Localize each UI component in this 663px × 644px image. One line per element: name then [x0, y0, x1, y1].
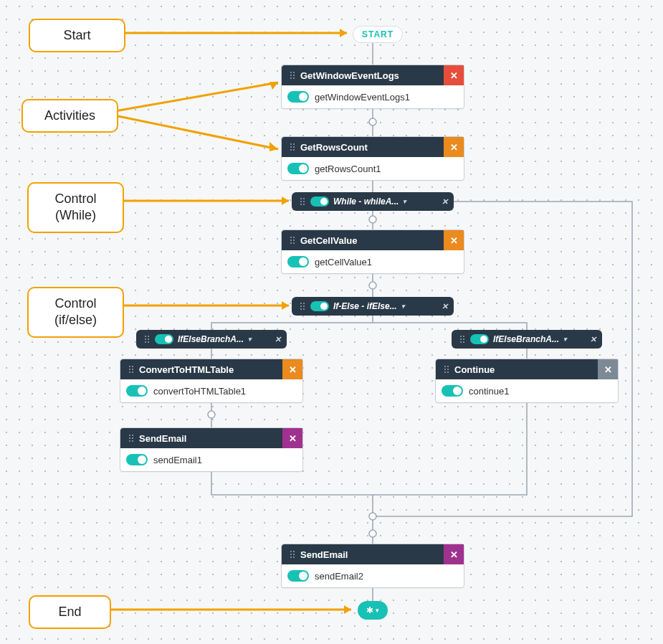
activity-title: SendEmail: [296, 549, 444, 560]
enable-toggle[interactable]: [155, 334, 173, 344]
activity-getrowscount[interactable]: GetRowsCount ✕ getRowsCount1: [281, 136, 464, 181]
callout-while: Control (While): [27, 182, 124, 233]
svg-marker-7: [282, 196, 289, 205]
activity-title: ConvertToHTMLTable: [135, 364, 282, 375]
drag-handle-icon[interactable]: [286, 237, 296, 244]
control-branch-left[interactable]: IfElseBranchA... ▾ ✕: [136, 330, 287, 349]
drag-handle-icon[interactable]: [286, 72, 296, 79]
svg-point-19: [369, 282, 376, 289]
activity-instance: continue1: [469, 386, 509, 397]
activity-instance: sendEmail1: [153, 455, 202, 465]
chevron-down-icon[interactable]: ▾: [401, 303, 405, 310]
chevron-down-icon[interactable]: ▾: [403, 198, 406, 205]
activity-converthtml[interactable]: ConvertToHTMLTable ✕ convertToHTMLTable1: [120, 359, 303, 403]
enable-toggle[interactable]: [287, 91, 309, 103]
callout-end: End: [29, 595, 111, 629]
svg-marker-9: [282, 301, 289, 310]
settings-icon[interactable]: ✕: [444, 230, 464, 250]
enable-toggle[interactable]: [310, 301, 329, 311]
svg-line-2: [115, 82, 278, 111]
activity-title: GetCellValue: [296, 235, 444, 246]
enable-toggle[interactable]: [287, 163, 309, 174]
svg-marker-3: [270, 82, 278, 90]
callout-ifelse: Control (if/else): [27, 287, 124, 338]
activity-title: GetRowsCount: [296, 142, 444, 153]
svg-line-4: [115, 115, 278, 149]
enable-toggle[interactable]: [310, 196, 329, 207]
chevron-down-icon[interactable]: ▾: [248, 336, 252, 343]
activity-continue[interactable]: Continue ✕ continue1: [435, 359, 619, 403]
end-icon: ✱: [366, 605, 373, 615]
settings-icon[interactable]: ✕: [444, 65, 464, 85]
control-label: If-Else - ifElse...: [333, 301, 397, 311]
svg-point-27: [369, 530, 376, 537]
control-label: IfElseBranchA...: [493, 334, 559, 344]
end-node[interactable]: ✱ ▾: [358, 601, 388, 620]
settings-icon[interactable]: ✕: [442, 197, 448, 207]
drag-handle-icon[interactable]: [296, 303, 306, 310]
enable-toggle[interactable]: [126, 454, 148, 465]
control-label: IfElseBranchA...: [178, 334, 244, 344]
drag-handle-icon[interactable]: [456, 336, 466, 343]
callout-activities: Activities: [22, 99, 118, 133]
activity-instance: convertToHTMLTable1: [153, 386, 246, 397]
enable-toggle[interactable]: [287, 256, 309, 267]
settings-icon[interactable]: ✕: [444, 544, 464, 564]
activity-sendemail-1[interactable]: SendEmail ✕ sendEmail1: [120, 427, 303, 472]
control-while[interactable]: While - whileA... ▾ ✕: [292, 192, 454, 211]
svg-marker-1: [340, 29, 347, 37]
settings-icon[interactable]: ✕: [444, 137, 464, 157]
drag-handle-icon[interactable]: [140, 336, 151, 343]
enable-toggle[interactable]: [287, 570, 309, 582]
settings-icon[interactable]: ✕: [282, 428, 302, 448]
control-ifelse[interactable]: If-Else - ifElse... ▾ ✕: [292, 297, 454, 316]
drag-handle-icon[interactable]: [125, 435, 135, 442]
control-branch-right[interactable]: IfElseBranchA... ▾ ✕: [452, 330, 602, 349]
svg-point-14: [369, 118, 376, 126]
drag-handle-icon[interactable]: [125, 366, 135, 373]
svg-point-17: [369, 216, 376, 223]
enable-toggle[interactable]: [126, 385, 148, 397]
control-label: While - whileA...: [333, 196, 399, 207]
start-node[interactable]: START: [353, 26, 403, 43]
settings-icon[interactable]: ✕: [590, 335, 596, 344]
callout-start: Start: [29, 19, 125, 52]
settings-icon[interactable]: ✕: [282, 359, 302, 379]
activity-getwindoweventlogs[interactable]: GetWindowEventLogs ✕ getWindowEventLogs1: [281, 65, 464, 109]
svg-point-23: [208, 411, 215, 418]
svg-marker-11: [344, 605, 351, 614]
activity-instance: sendEmail2: [315, 571, 363, 582]
svg-point-26: [369, 513, 376, 520]
drag-handle-icon[interactable]: [286, 143, 296, 151]
activity-getcellvalue[interactable]: GetCellValue ✕ getCellValue1: [281, 229, 464, 274]
activity-title: SendEmail: [135, 433, 282, 444]
activity-title: GetWindowEventLogs: [296, 70, 444, 81]
drag-handle-icon[interactable]: [296, 198, 306, 205]
activity-instance: getWindowEventLogs1: [315, 92, 410, 103]
settings-icon[interactable]: ✕: [442, 302, 448, 311]
drag-handle-icon[interactable]: [440, 366, 450, 373]
enable-toggle[interactable]: [470, 334, 489, 344]
drag-handle-icon[interactable]: [286, 551, 296, 558]
chevron-down-icon[interactable]: ▾: [376, 607, 379, 614]
settings-icon[interactable]: ✕: [275, 335, 281, 344]
settings-icon[interactable]: ✕: [598, 359, 618, 379]
activity-title: Continue: [450, 364, 598, 375]
activity-instance: getCellValue1: [315, 257, 372, 267]
chevron-down-icon[interactable]: ▾: [563, 336, 567, 343]
enable-toggle[interactable]: [442, 385, 463, 397]
activity-instance: getRowsCount1: [315, 164, 381, 174]
activity-sendemail-2[interactable]: SendEmail ✕ sendEmail2: [281, 544, 464, 588]
